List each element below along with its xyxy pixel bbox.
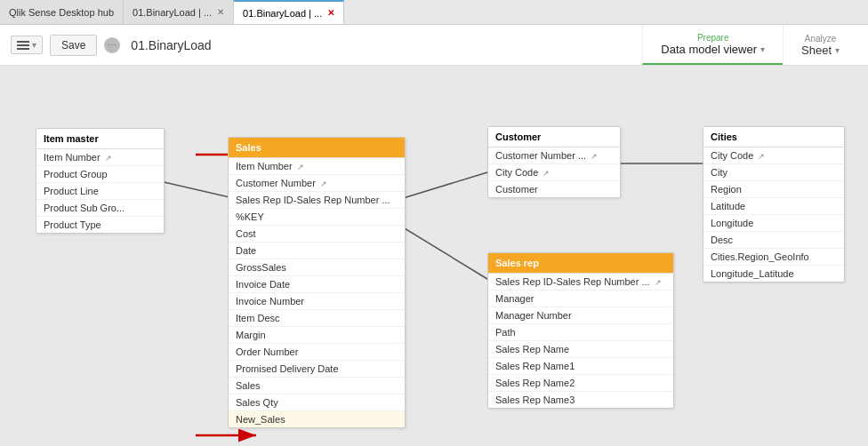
table-row: Desc: [703, 232, 844, 249]
prepare-value: Data model viewer ▾: [661, 43, 765, 56]
table-row: Latitude: [703, 198, 844, 215]
tab-binary1[interactable]: 01.BinaryLoad | ... ✕: [124, 0, 234, 24]
table-row: Manager Number: [488, 307, 673, 324]
table-cities[interactable]: Cities City Code ↗ City Region Latitude …: [703, 126, 845, 283]
table-row: Longitude: [703, 215, 844, 232]
tab-binary2-close[interactable]: ✕: [327, 8, 334, 18]
table-sales-rep[interactable]: Sales rep Sales Rep ID-Sales Rep Number …: [487, 252, 674, 409]
table-sales[interactable]: Sales Item Number ↗ Customer Number ↗ Sa…: [228, 137, 406, 428]
table-row: Order Number: [229, 344, 405, 361]
table-row: Product Type: [36, 217, 164, 233]
app-name: 01.BinaryLoad: [131, 38, 211, 52]
toolbar-left: ▾ Save ⋯ 01.BinaryLoad: [11, 35, 212, 56]
table-row: Item Number ↗: [36, 149, 164, 166]
table-row: City Code ↗: [488, 164, 620, 181]
table-row: Promised Delivery Date: [229, 361, 405, 378]
prepare-section[interactable]: Prepare Data model viewer ▾: [642, 25, 783, 65]
table-row: Sales Rep Name: [488, 341, 673, 358]
analyze-value: Sheet ▾: [801, 44, 840, 57]
menu-chevron-icon: ▾: [32, 40, 36, 50]
tab-hub[interactable]: Qlik Sense Desktop hub: [0, 0, 124, 24]
table-row: City Code ↗: [703, 147, 844, 164]
table-row: %KEY: [229, 209, 405, 226]
tab-binary2-label: 01.BinaryLoad | ...: [243, 8, 322, 19]
toolbar: ▾ Save ⋯ 01.BinaryLoad Prepare Data mode…: [0, 25, 868, 66]
table-row: Sales Qty: [229, 394, 405, 411]
svg-line-0: [160, 181, 229, 197]
table-row: Manager: [488, 291, 673, 307]
table-sales-header: Sales: [229, 138, 405, 158]
table-row: Date: [229, 243, 405, 259]
table-row: Sales: [229, 378, 405, 394]
hamburger-icon: [17, 41, 29, 50]
table-row: Sales Rep ID-Sales Rep Number ...: [229, 192, 405, 209]
table-row: Product Line: [36, 183, 164, 200]
table-row: Sales Rep Name1: [488, 358, 673, 375]
table-row: Invoice Date: [229, 276, 405, 293]
table-row: Margin: [229, 327, 405, 344]
menu-button[interactable]: ▾: [11, 36, 43, 54]
analyze-label: Analyze: [805, 34, 837, 44]
table-row: Customer: [488, 181, 620, 197]
table-item-master[interactable]: Item master Item Number ↗ Product Group …: [36, 128, 165, 234]
toolbar-right: Prepare Data model viewer ▾ Analyze Shee…: [642, 25, 857, 65]
analyze-chevron-icon: ▾: [835, 45, 840, 55]
table-customer-header: Customer: [488, 127, 620, 147]
table-sales-rep-header: Sales rep: [488, 253, 673, 274]
prepare-label: Prepare: [697, 33, 729, 43]
table-row: Cities.Region_GeoInfo: [703, 249, 844, 266]
table-row: Product Group: [36, 166, 164, 183]
table-row: Item Desc: [229, 310, 405, 327]
table-row: Sales Rep Name2: [488, 375, 673, 392]
svg-line-3: [400, 226, 487, 279]
svg-line-1: [400, 172, 487, 199]
table-row-newsales: New_Sales: [229, 411, 405, 427]
table-customer[interactable]: Customer Customer Number ... ↗ City Code…: [487, 126, 621, 198]
tab-binary1-label: 01.BinaryLoad | ...: [133, 7, 212, 18]
table-row: Sales Rep ID-Sales Rep Number ... ↗: [488, 274, 673, 291]
table-row: Invoice Number: [229, 293, 405, 310]
table-row: City: [703, 164, 844, 181]
tab-bar: Qlik Sense Desktop hub 01.BinaryLoad | .…: [0, 0, 868, 25]
canvas: Item master Item Number ↗ Product Group …: [0, 66, 868, 446]
tab-binary2[interactable]: 01.BinaryLoad | ... ✕: [234, 0, 344, 24]
table-row: Customer Number ... ↗: [488, 147, 620, 164]
table-row: Sales Rep Name3: [488, 392, 673, 408]
table-row: Longitude_Latitude: [703, 266, 844, 282]
table-row: Cost: [229, 226, 405, 243]
table-item-master-header: Item master: [36, 129, 164, 149]
table-row: Customer Number ↗: [229, 175, 405, 192]
app-icon: ⋯: [104, 37, 120, 53]
analyze-section[interactable]: Analyze Sheet ▾: [783, 25, 857, 65]
tab-binary1-close[interactable]: ✕: [217, 7, 224, 17]
table-row: Path: [488, 324, 673, 341]
table-row: Item Number ↗: [229, 158, 405, 175]
table-cities-header: Cities: [703, 127, 844, 147]
save-button[interactable]: Save: [50, 35, 97, 56]
table-row: Product Sub Gro...: [36, 200, 164, 217]
table-row: GrossSales: [229, 259, 405, 276]
table-row: Region: [703, 181, 844, 198]
prepare-chevron-icon: ▾: [760, 44, 765, 54]
tab-hub-label: Qlik Sense Desktop hub: [9, 7, 114, 18]
